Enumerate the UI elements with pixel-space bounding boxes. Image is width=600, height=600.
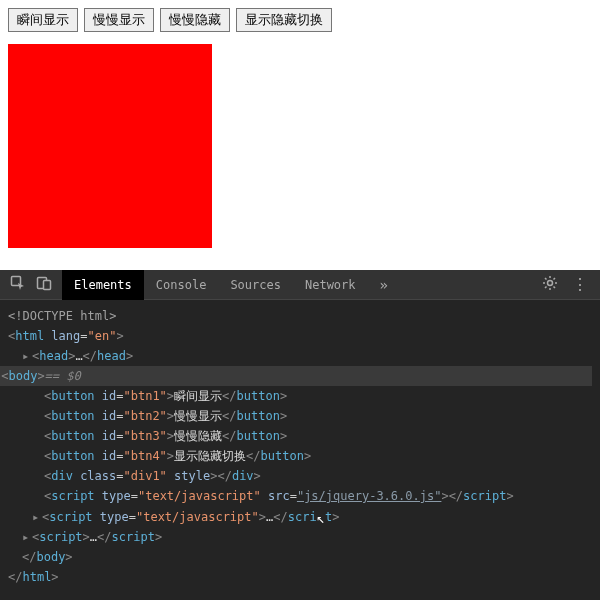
line-btn3[interactable]: <button id="btn3">慢慢隐藏</button> bbox=[8, 426, 592, 446]
devtools-panel: Elements Console Sources Network » ⋮ <!D… bbox=[0, 270, 600, 600]
line-script-extra[interactable]: ▸<script>…</script> bbox=[8, 527, 592, 547]
line-head[interactable]: ▸<head>…</head> bbox=[8, 346, 592, 366]
device-toggle-icon[interactable] bbox=[36, 275, 52, 294]
tab-console[interactable]: Console bbox=[144, 270, 219, 300]
tabs-overflow[interactable]: » bbox=[368, 270, 400, 300]
btn-instant-show[interactable]: 瞬间显示 bbox=[8, 8, 78, 32]
svg-rect-2 bbox=[44, 281, 51, 290]
line-script-jquery[interactable]: <script type="text/javascript" src="js/j… bbox=[8, 486, 592, 506]
button-row: 瞬间显示 慢慢显示 慢慢隐藏 显示隐藏切换 bbox=[8, 8, 592, 32]
line-body-close: </body> bbox=[8, 547, 592, 567]
line-btn4[interactable]: <button id="btn4">显示隐藏切换</button> bbox=[8, 446, 592, 466]
div1-red-box bbox=[8, 44, 212, 248]
tab-sources[interactable]: Sources bbox=[218, 270, 293, 300]
line-doctype: <!DOCTYPE html> bbox=[8, 306, 592, 326]
line-btn1[interactable]: <button id="btn1">瞬间显示</button> bbox=[8, 386, 592, 406]
line-div1[interactable]: <div class="div1" style></div> bbox=[8, 466, 592, 486]
gear-icon[interactable] bbox=[542, 275, 558, 294]
inspect-icon[interactable] bbox=[10, 275, 26, 294]
line-body-open-selected[interactable]: ⋯ ▾ <body> == $0 bbox=[0, 366, 592, 386]
menu-icon[interactable]: ⋮ bbox=[572, 275, 588, 294]
svg-point-3 bbox=[548, 281, 553, 286]
line-html-open: <html lang="en"> bbox=[8, 326, 592, 346]
devtools-tabbar: Elements Console Sources Network » ⋮ bbox=[0, 270, 600, 300]
mouse-cursor-icon: ↖ bbox=[317, 508, 325, 528]
line-script-inline[interactable]: ▸<script type="text/javascript">…</scri↖… bbox=[8, 506, 592, 527]
elements-tree[interactable]: <!DOCTYPE html> <html lang="en"> ▸<head>… bbox=[0, 300, 600, 600]
btn-toggle[interactable]: 显示隐藏切换 bbox=[236, 8, 332, 32]
tab-elements[interactable]: Elements bbox=[62, 270, 144, 300]
line-html-close: </html> bbox=[8, 567, 592, 587]
page-viewport: 瞬间显示 慢慢显示 慢慢隐藏 显示隐藏切换 bbox=[0, 0, 600, 256]
btn-slow-hide[interactable]: 慢慢隐藏 bbox=[160, 8, 230, 32]
line-btn2[interactable]: <button id="btn2">慢慢显示</button> bbox=[8, 406, 592, 426]
tab-network[interactable]: Network bbox=[293, 270, 368, 300]
btn-slow-show[interactable]: 慢慢显示 bbox=[84, 8, 154, 32]
